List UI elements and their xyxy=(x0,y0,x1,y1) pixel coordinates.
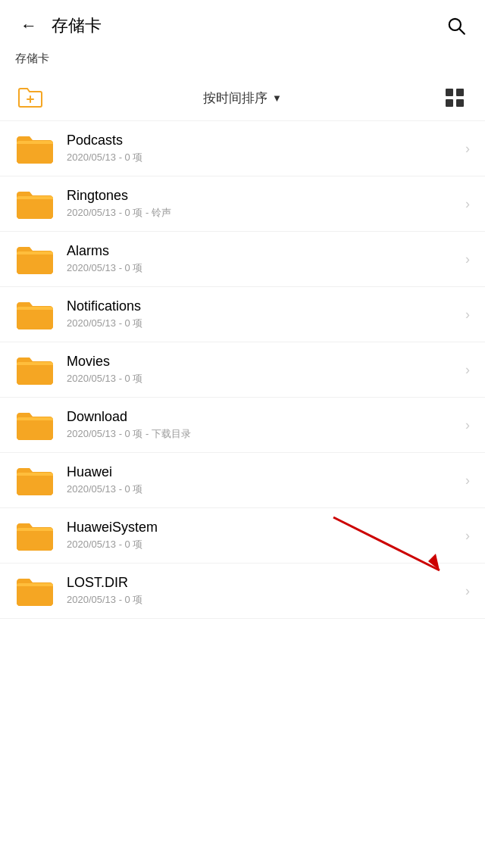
folder-info: Download2020/05/13 - 0 项 - 下载目录 xyxy=(67,409,459,441)
search-button[interactable] xyxy=(443,12,470,39)
folder-meta: 2020/05/13 - 0 项 xyxy=(67,151,459,164)
folder-meta: 2020/05/13 - 0 项 xyxy=(67,317,459,330)
chevron-right-icon: › xyxy=(465,141,470,157)
toolbar: 按时间排序 ▼ xyxy=(0,75,485,121)
sort-button[interactable]: 按时间排序 ▼ xyxy=(203,89,282,107)
svg-line-1 xyxy=(459,29,465,34)
folder-name: Notifications xyxy=(67,298,459,314)
svg-rect-7 xyxy=(456,99,464,107)
folder-name: HuaweiSystem xyxy=(67,520,459,535)
sort-label: 按时间排序 xyxy=(203,89,268,107)
folder-info: Notifications2020/05/13 - 0 项 xyxy=(67,298,459,330)
svg-rect-5 xyxy=(456,89,464,96)
back-button[interactable]: ← xyxy=(15,12,42,39)
folder-name: Huawei xyxy=(67,464,459,480)
chevron-right-icon: › xyxy=(465,196,470,212)
folder-info: Huawei2020/05/13 - 0 项 xyxy=(67,464,459,496)
folder-icon xyxy=(15,242,55,276)
chevron-right-icon: › xyxy=(465,362,470,378)
chevron-right-icon: › xyxy=(465,251,470,267)
folder-item[interactable]: Alarms2020/05/13 - 0 项› xyxy=(0,232,485,287)
folder-item[interactable]: Notifications2020/05/13 - 0 项› xyxy=(0,287,485,342)
folder-list: Podcasts2020/05/13 - 0 项› Ringtones2020/… xyxy=(0,121,485,619)
folder-name: Podcasts xyxy=(67,133,459,148)
grid-icon xyxy=(444,87,465,108)
folder-icon xyxy=(15,464,55,497)
folder-item[interactable]: Ringtones2020/05/13 - 0 项 - 铃声› xyxy=(0,176,485,232)
chevron-right-icon: › xyxy=(465,307,470,323)
folder-meta: 2020/05/13 - 0 项 - 铃声 xyxy=(67,206,459,220)
folder-name: Ringtones xyxy=(67,188,459,204)
breadcrumb-text: 存储卡 xyxy=(15,52,49,64)
sort-arrow-icon: ▼ xyxy=(272,92,282,104)
folder-item[interactable]: Podcasts2020/05/13 - 0 项› xyxy=(0,121,485,176)
chevron-right-icon: › xyxy=(465,473,470,489)
folder-icon xyxy=(15,353,55,386)
chevron-right-icon: › xyxy=(465,417,470,433)
folder-name: Movies xyxy=(67,354,459,370)
folder-item[interactable]: Download2020/05/13 - 0 项 - 下载目录› xyxy=(0,398,485,453)
folder-icon xyxy=(15,132,55,165)
folder-info: Ringtones2020/05/13 - 0 项 - 铃声 xyxy=(67,188,459,220)
folder-icon xyxy=(15,298,55,331)
folder-name: LOST.DIR xyxy=(67,575,459,591)
folder-item[interactable]: HuaweiSystem2020/05/13 - 0 项› xyxy=(0,508,485,564)
folder-info: Alarms2020/05/13 - 0 项 xyxy=(67,243,459,275)
chevron-right-icon: › xyxy=(465,528,470,544)
folder-meta: 2020/05/13 - 0 项 xyxy=(67,261,459,275)
folder-meta: 2020/05/13 - 0 项 xyxy=(67,482,459,496)
add-folder-icon xyxy=(17,86,43,109)
search-icon xyxy=(446,16,466,36)
folder-icon xyxy=(15,408,55,442)
folder-name: Download xyxy=(67,409,459,425)
folder-info: Movies2020/05/13 - 0 项 xyxy=(67,354,459,386)
folder-item[interactable]: Movies2020/05/13 - 0 项› xyxy=(0,342,485,398)
back-icon: ← xyxy=(20,16,37,36)
folder-name: Alarms xyxy=(67,243,459,259)
header: ← 存储卡 xyxy=(0,0,485,48)
view-toggle-button[interactable] xyxy=(440,83,470,113)
folder-info: LOST.DIR2020/05/13 - 0 项 xyxy=(67,575,459,607)
svg-rect-4 xyxy=(446,89,453,96)
folder-meta: 2020/05/13 - 0 项 - 下载目录 xyxy=(67,427,459,441)
svg-rect-6 xyxy=(446,99,453,107)
folder-meta: 2020/05/13 - 0 项 xyxy=(67,538,459,551)
page-title: 存储卡 xyxy=(52,14,102,37)
folder-meta: 2020/05/13 - 0 项 xyxy=(67,372,459,386)
folder-icon xyxy=(15,519,55,552)
add-folder-button[interactable] xyxy=(15,83,45,113)
folder-icon xyxy=(15,574,55,607)
header-left: ← 存储卡 xyxy=(15,12,102,39)
folder-item[interactable]: Huawei2020/05/13 - 0 项› xyxy=(0,453,485,508)
folder-info: HuaweiSystem2020/05/13 - 0 项 xyxy=(67,520,459,551)
folder-meta: 2020/05/13 - 0 项 xyxy=(67,593,459,607)
folder-info: Podcasts2020/05/13 - 0 项 xyxy=(67,133,459,164)
folder-item[interactable]: LOST.DIR2020/05/13 - 0 项› xyxy=(0,564,485,619)
folder-icon xyxy=(15,187,55,220)
breadcrumb: 存储卡 xyxy=(0,48,485,75)
chevron-right-icon: › xyxy=(465,583,470,599)
